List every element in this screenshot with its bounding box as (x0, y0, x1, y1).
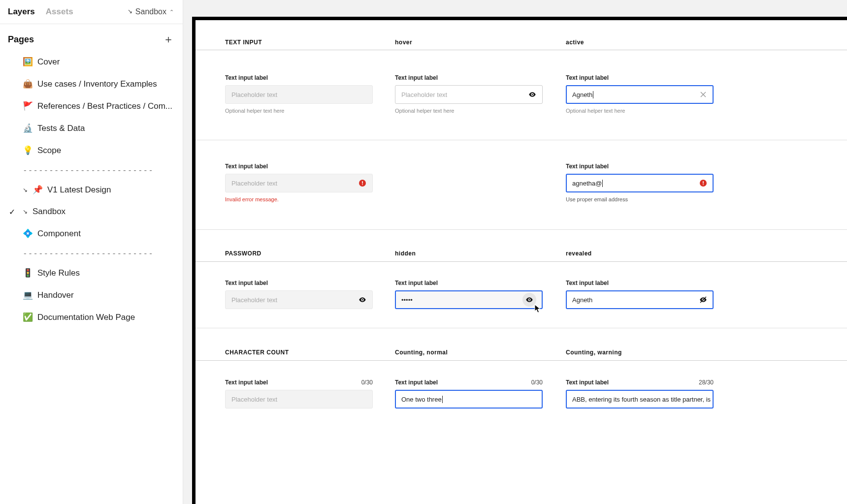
placeholder-text: Placeholder text (231, 91, 277, 98)
svg-point-10 (529, 299, 530, 301)
southeast-arrow-icon: ↘ (128, 8, 132, 15)
placeholder-text: Placeholder text (231, 296, 277, 304)
input-label: Text input label (566, 163, 714, 170)
page-label: Handover (37, 290, 74, 300)
page-item[interactable]: ↘📌V1 Latest Design (0, 179, 183, 201)
input-value: One two three (401, 396, 442, 403)
password-input-revealed: Text input label Agneth (566, 280, 714, 309)
error-icon (358, 179, 366, 187)
svg-point-9 (362, 299, 363, 301)
helper-text: Optional helper text here (225, 108, 373, 114)
text-input[interactable]: agnetha@ (566, 174, 714, 192)
page-label: Component (37, 229, 81, 239)
page-emoji-icon: 🔬 (23, 123, 33, 133)
input-label: Text input label (225, 74, 373, 81)
page-label: V1 Latest Design (47, 185, 111, 195)
svg-rect-4 (362, 181, 363, 184)
text-input[interactable]: Agneth (566, 85, 714, 104)
charcount-input-normal: Text input label 0/30 One two three (395, 379, 543, 409)
page-item[interactable]: ✅Documentation Web Page (0, 306, 183, 328)
text-input[interactable]: Placeholder text (225, 390, 373, 409)
divider-line (195, 140, 847, 140)
helper-text: Use proper email address (566, 196, 714, 202)
error-icon (699, 179, 707, 187)
input-label: Text input label (566, 379, 609, 386)
text-input[interactable]: One two three (395, 390, 543, 409)
page-label: Style Rules (37, 268, 80, 278)
tab-layers[interactable]: Layers (8, 7, 35, 17)
clear-icon[interactable] (699, 91, 707, 98)
text-input[interactable]: Placeholder text (395, 85, 543, 104)
page-selector-label: Sandbox (135, 7, 166, 16)
section-header-text-input: TEXT INPUT (225, 39, 262, 46)
divider-line (195, 50, 847, 50)
left-panel: Layers Assets ↘ Sandbox ⌃ Pages ＋ 🖼️Cove… (0, 0, 183, 504)
design-frame: TEXT INPUT hover active Text input label… (195, 20, 847, 504)
column-header-revealed: revealed (566, 250, 592, 257)
page-item[interactable]: 💻Handover (0, 284, 183, 306)
text-input[interactable]: Placeholder text (225, 174, 373, 192)
placeholder-text: Placeholder text (231, 396, 277, 403)
column-header-counting-normal: Counting, normal (395, 349, 448, 356)
text-cursor (593, 91, 593, 98)
text-input-active: Text input label Agneth Optional helper … (566, 74, 714, 114)
page-divider: ------------------------- (0, 245, 183, 262)
column-header-active: active (566, 39, 584, 46)
page-item[interactable]: 🖼️Cover (0, 51, 183, 73)
charcount-input-empty: Text input label 0/30 Placeholder text (225, 379, 373, 409)
page-item[interactable]: 💡Scope (0, 139, 183, 161)
page-emoji-icon: 💠 (23, 228, 33, 239)
page-item[interactable]: 🚦Style Rules (0, 262, 183, 284)
input-label: Text input label (225, 379, 268, 386)
page-selector[interactable]: ↘ Sandbox ⌃ (128, 7, 174, 16)
divider-line (195, 229, 847, 230)
page-emoji-icon: 🚦 (23, 268, 33, 278)
southeast-arrow-icon: ↘ (23, 208, 28, 215)
page-label: Cover (37, 57, 60, 67)
page-emoji-icon: 👜 (23, 79, 33, 89)
text-input[interactable]: Agneth (566, 290, 714, 309)
chevron-up-icon: ⌃ (169, 9, 174, 15)
page-emoji-icon: 🚩 (23, 101, 33, 111)
page-emoji-icon: 💻 (23, 290, 33, 300)
divider-line (195, 360, 847, 361)
reveal-password-button[interactable] (522, 293, 536, 307)
page-emoji-icon: 🖼️ (23, 57, 33, 67)
eye-icon[interactable] (358, 296, 366, 304)
column-header-counting-warning: Counting, warning (566, 349, 622, 356)
page-label: Scope (37, 146, 61, 156)
eye-icon[interactable] (528, 91, 536, 98)
text-input[interactable]: Placeholder text (225, 290, 373, 309)
input-label: Text input label (395, 280, 543, 286)
text-input[interactable]: Placeholder text (225, 85, 373, 104)
left-panel-header: Layers Assets ↘ Sandbox ⌃ (0, 0, 183, 24)
helper-text: Optional helper text here (395, 108, 543, 114)
placeholder-text: Placeholder text (401, 91, 447, 98)
page-item[interactable]: 💠Component (0, 222, 183, 245)
svg-rect-8 (703, 184, 704, 185)
char-count: 0/30 (531, 379, 543, 386)
password-input-default: Text input label Placeholder text (225, 280, 373, 309)
error-text: Invalid error message. (225, 196, 373, 202)
input-value: ••••• (401, 296, 413, 304)
text-input[interactable]: ••••• (395, 290, 543, 309)
page-item[interactable]: 🔬Tests & Data (0, 117, 183, 139)
page-item[interactable]: 🚩References / Best Practices / Com... (0, 95, 183, 117)
pages-title: Pages (8, 34, 34, 45)
add-page-button[interactable]: ＋ (163, 34, 174, 45)
page-item[interactable]: 👜Use cases / Inventory Examples (0, 73, 183, 95)
text-input-default: Text input label Placeholder text Option… (225, 74, 373, 114)
svg-point-0 (532, 94, 533, 95)
section-header-password: PASSWORD (225, 250, 261, 257)
input-label: Text input label (395, 379, 438, 386)
page-label: Documentation Web Page (37, 313, 135, 322)
password-input-hidden: Text input label ••••• (395, 280, 543, 309)
canvas[interactable]: TEXT INPUT hover active Text input label… (183, 0, 847, 504)
page-item[interactable]: ✓↘Sandbox (0, 201, 183, 222)
eye-off-icon[interactable] (699, 296, 707, 304)
text-input[interactable]: ABB, entering its fourth season as title… (566, 390, 714, 409)
page-list: 🖼️Cover👜Use cases / Inventory Examples🚩R… (0, 51, 183, 328)
tab-assets[interactable]: Assets (46, 7, 73, 17)
input-value: Agneth (572, 91, 592, 98)
checkmark-icon: ✓ (9, 207, 15, 217)
